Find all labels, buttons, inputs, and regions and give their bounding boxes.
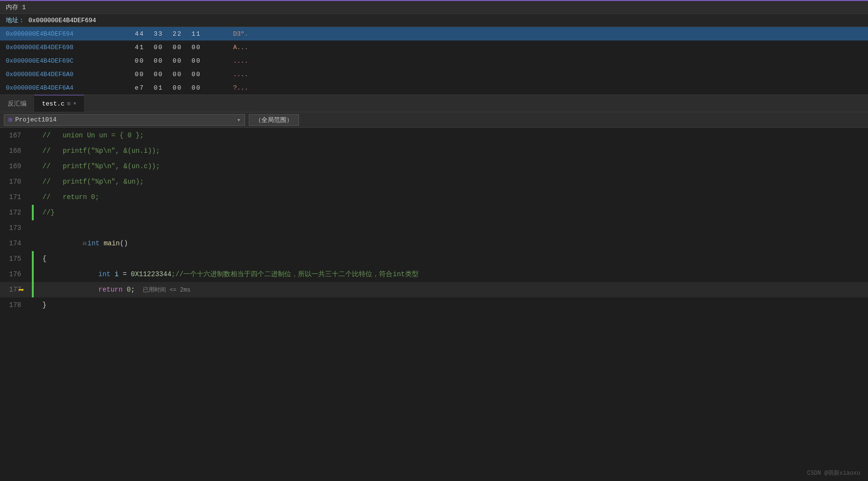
memory-content: 0x000000E4B4DEF694 44 33 22 11 D3″. 0x00… bbox=[0, 27, 868, 94]
scope-label: （全局范围） bbox=[255, 116, 293, 124]
line-content: // union Un un = { 0 }; bbox=[39, 132, 868, 139]
memory-row-addr: 0x000000E4B4DEF694 bbox=[0, 30, 125, 38]
debug-green-bar bbox=[32, 282, 34, 297]
project-icon: ⊞ bbox=[8, 116, 12, 124]
memory-row-bytes: 00 00 00 00 bbox=[125, 71, 222, 78]
debug-green-bar bbox=[32, 267, 34, 282]
line-gutter: ➡ bbox=[29, 282, 39, 297]
line-number: 168 bbox=[0, 147, 29, 155]
line-content: // printf("%p\n", &(un.i)); bbox=[39, 147, 868, 155]
code-line-170: 170 // printf("%p\n", &un); bbox=[0, 174, 868, 189]
line-content: { bbox=[39, 255, 868, 263]
scope-selector[interactable]: （全局范围） bbox=[249, 114, 299, 126]
memory-row-addr: 0x000000E4B4DEF6A0 bbox=[0, 71, 125, 78]
memory-row-chars: .... bbox=[222, 71, 248, 78]
tab-bar: 反汇编 test.c ⊡ × bbox=[0, 95, 868, 112]
code-editor: 167 // union Un un = { 0 }; 168 // print… bbox=[0, 128, 868, 481]
memory-row: 0x000000E4B4DEF69C 00 00 00 00 .... bbox=[0, 54, 868, 67]
line-content: // printf("%p\n", &(un.c)); bbox=[39, 162, 868, 170]
line-number: 169 bbox=[0, 162, 29, 170]
memory-row-bytes: 44 33 22 11 bbox=[125, 30, 222, 38]
memory-row: 0x000000E4B4DEF6A0 00 00 00 00 .... bbox=[0, 67, 868, 81]
line-gutter bbox=[29, 251, 39, 267]
code-line-167: 167 // union Un un = { 0 }; bbox=[0, 128, 868, 143]
line-number: 173 bbox=[0, 224, 29, 232]
memory-row-chars: ?... bbox=[222, 84, 248, 92]
project-label: Project1014 bbox=[15, 116, 56, 123]
main-container: 内存 1 地址： 0x000000E4B4DEF694 0x000000E4B4… bbox=[0, 0, 868, 481]
line-content: // printf("%p\n", &un); bbox=[39, 178, 868, 186]
code-line-171: 171 // return 0; bbox=[0, 189, 868, 205]
line-content: //} bbox=[39, 209, 868, 216]
line-number: 178 bbox=[0, 301, 29, 309]
memory-row-addr: 0x000000E4B4DEF698 bbox=[0, 44, 125, 51]
code-line-177: 177 ➡ return 0; 已用时间 <= 2ms bbox=[0, 282, 868, 297]
toolbar: ⊞ Project1014 ▾ （全局范围） bbox=[0, 112, 868, 128]
memory-address-label: 地址： bbox=[6, 16, 25, 25]
debug-green-bar bbox=[32, 205, 34, 220]
watermark: CSDN @萌新xiaoxu bbox=[807, 469, 860, 477]
memory-row-addr: 0x000000E4B4DEF6A4 bbox=[0, 84, 125, 92]
tab-active-label: test.c bbox=[42, 100, 65, 107]
tab-close-button[interactable]: × bbox=[73, 101, 77, 107]
memory-row: 0x000000E4B4DEF698 41 00 00 00 A... bbox=[0, 40, 868, 54]
project-selector[interactable]: ⊞ Project1014 ▾ bbox=[4, 114, 245, 126]
code-line-168: 168 // printf("%p\n", &(un.i)); bbox=[0, 143, 868, 159]
line-number: 172 bbox=[0, 209, 29, 216]
memory-row-bytes: 00 00 00 00 bbox=[125, 57, 222, 65]
tab-pin-icon[interactable]: ⊡ bbox=[68, 101, 70, 107]
tab-disasm[interactable]: 反汇编 bbox=[0, 95, 34, 112]
line-number: 171 bbox=[0, 193, 29, 201]
memory-panel: 内存 1 地址： 0x000000E4B4DEF694 0x000000E4B4… bbox=[0, 0, 868, 94]
line-gutter bbox=[29, 205, 39, 220]
memory-address-value[interactable]: 0x000000E4B4DEF694 bbox=[28, 17, 96, 24]
project-dropdown-arrow[interactable]: ▾ bbox=[237, 116, 241, 124]
memory-address-bar: 地址： 0x000000E4B4DEF694 bbox=[0, 14, 868, 27]
line-content: } bbox=[39, 301, 868, 309]
line-number: 176 bbox=[0, 270, 29, 278]
memory-row-chars: D3″. bbox=[222, 30, 248, 38]
code-line-174: 174 ⊟int main() bbox=[0, 236, 868, 251]
debug-green-bar bbox=[32, 251, 34, 267]
memory-row: 0x000000E4B4DEF694 44 33 22 11 D3″. bbox=[0, 27, 868, 40]
line-number: 170 bbox=[0, 178, 29, 186]
memory-row-chars: .... bbox=[222, 57, 248, 65]
memory-panel-title: 内存 1 bbox=[0, 1, 868, 14]
code-line-169: 169 // printf("%p\n", &(un.c)); bbox=[0, 159, 868, 174]
line-gutter bbox=[29, 267, 39, 282]
code-line-172: 172 //} bbox=[0, 205, 868, 220]
line-content: // return 0; bbox=[39, 193, 868, 201]
memory-row-chars: A... bbox=[222, 44, 248, 51]
line-number: 177 bbox=[0, 286, 29, 294]
tab-testc[interactable]: test.c ⊡ × bbox=[34, 95, 84, 112]
line-number: 174 bbox=[0, 240, 29, 247]
debug-arrow-icon: ➡ bbox=[18, 284, 24, 296]
line-number: 175 bbox=[0, 255, 29, 263]
code-line-178: 178 } bbox=[0, 297, 868, 313]
collapse-icon[interactable]: ⊟ bbox=[83, 240, 86, 247]
memory-row: 0x000000E4B4DEF6A4 e7 01 00 00 ?... bbox=[0, 81, 868, 94]
line-number: 167 bbox=[0, 132, 29, 139]
memory-row-addr: 0x000000E4B4DEF69C bbox=[0, 57, 125, 65]
memory-row-bytes: 41 00 00 00 bbox=[125, 44, 222, 51]
code-section: 反汇编 test.c ⊡ × ⊞ Project1014 ▾ （全局范围） 16… bbox=[0, 95, 868, 481]
memory-row-bytes: e7 01 00 00 bbox=[125, 84, 222, 92]
